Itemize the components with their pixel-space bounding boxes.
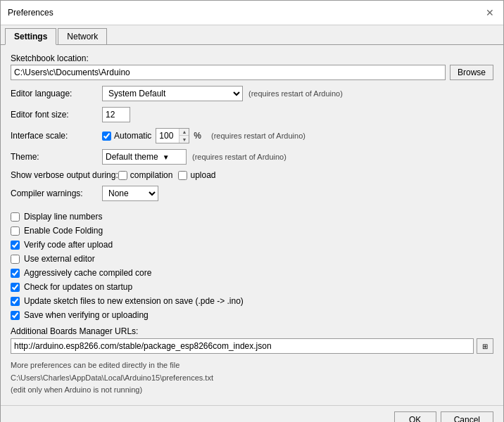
checkbox-enable_code_folding[interactable] bbox=[11, 226, 20, 236]
editor-font-size-row: Editor font size: bbox=[11, 107, 493, 122]
checkbox-update_sketch[interactable] bbox=[11, 297, 20, 306]
verbose-upload-label[interactable]: upload bbox=[178, 170, 215, 180]
theme-note: (requires restart of Arduino) bbox=[192, 153, 286, 161]
checkbox-display_line_numbers[interactable] bbox=[11, 212, 20, 222]
prefs-info: More preferences can be edited directly … bbox=[11, 359, 493, 397]
boards-icon: ⊞ bbox=[482, 343, 488, 350]
checkbox-label-display_line_numbers: Display line numbers bbox=[24, 212, 102, 222]
scale-spinner: ▲ ▼ bbox=[156, 128, 189, 143]
tab-network[interactable]: Network bbox=[58, 28, 107, 44]
boards-manager-label: Additional Boards Manager URLs: bbox=[11, 326, 493, 336]
checkbox-verify_code[interactable] bbox=[11, 241, 20, 250]
checkbox-label-check_updates: Check for updates on startup bbox=[24, 282, 132, 292]
checkbox-row-verify_code: Verify code after upload bbox=[11, 239, 493, 250]
tab-settings[interactable]: Settings bbox=[5, 28, 56, 45]
checkbox-row-update_sketch: Update sketch files to new extension on … bbox=[11, 295, 493, 307]
auto-label: Automatic bbox=[114, 131, 151, 141]
sketchbook-section: Sketchbook location: Browse bbox=[11, 53, 493, 80]
dialog-title: Preferences bbox=[8, 8, 53, 18]
checkbox-row-display_line_numbers: Display line numbers bbox=[11, 211, 493, 222]
tabs-bar: Settings Network bbox=[1, 25, 503, 45]
checkbox-check_updates[interactable] bbox=[11, 283, 20, 292]
prefs-info-line2: C:\Users\Charles\AppData\Local\Arduino15… bbox=[11, 372, 493, 385]
scale-input[interactable] bbox=[156, 129, 179, 143]
checkbox-label-update_sketch: Update sketch files to new extension on … bbox=[24, 296, 244, 306]
auto-checkbox-label[interactable]: Automatic bbox=[102, 131, 151, 141]
browse-button[interactable]: Browse bbox=[450, 65, 493, 80]
verbose-compilation-checkbox[interactable] bbox=[118, 171, 127, 180]
editor-font-size-label: Editor font size: bbox=[11, 110, 102, 120]
verbose-label: Show verbose output during: bbox=[11, 170, 118, 180]
theme-dropdown-arrow: ▼ bbox=[163, 153, 170, 161]
interface-scale-controls: Automatic ▲ ▼ % (requires restart of Ard… bbox=[102, 128, 305, 143]
checkbox-save_verifying[interactable] bbox=[11, 311, 20, 320]
bottom-buttons: OK Cancel bbox=[1, 405, 503, 422]
checkbox-label-enable_code_folding: Enable Code Folding bbox=[24, 226, 103, 236]
interface-scale-note: (requires restart of Arduino) bbox=[211, 132, 305, 140]
boards-manager-section: Additional Boards Manager URLs: ⊞ bbox=[11, 326, 493, 354]
compiler-warnings-label: Compiler warnings: bbox=[11, 188, 102, 198]
checkbox-row-check_updates: Check for updates on startup bbox=[11, 281, 493, 293]
spin-up-arrow[interactable]: ▲ bbox=[179, 129, 189, 136]
compiler-warnings-select[interactable]: None Default More All bbox=[102, 186, 158, 201]
editor-language-note: (requires restart of Arduino) bbox=[248, 89, 343, 98]
sketchbook-label: Sketchbook location: bbox=[11, 53, 493, 63]
auto-checkbox[interactable] bbox=[102, 132, 111, 141]
editor-font-size-input[interactable] bbox=[102, 107, 130, 122]
verbose-compilation-label[interactable]: compilation bbox=[118, 170, 173, 180]
interface-scale-label: Interface scale: bbox=[11, 131, 102, 141]
preferences-dialog: Preferences ✕ Settings Network Sketchboo… bbox=[0, 0, 504, 422]
ok-button[interactable]: OK bbox=[394, 411, 436, 422]
sketchbook-input-row: Browse bbox=[11, 65, 493, 80]
verbose-upload-text: upload bbox=[190, 170, 215, 180]
theme-row: Theme: Default theme ▼ (requires restart… bbox=[11, 149, 493, 165]
prefs-info-line3: (edit only when Arduino is not running) bbox=[11, 384, 493, 397]
boards-input-row: ⊞ bbox=[11, 338, 493, 354]
verbose-upload-checkbox[interactable] bbox=[178, 171, 187, 180]
settings-content: Sketchbook location: Browse Editor langu… bbox=[1, 45, 503, 405]
checkbox-label-aggressively_cache: Aggressively cache compiled core bbox=[24, 268, 151, 278]
theme-label: Theme: bbox=[11, 152, 102, 162]
close-button[interactable]: ✕ bbox=[484, 6, 496, 19]
interface-scale-row: Interface scale: Automatic ▲ ▼ % (requir… bbox=[11, 128, 493, 143]
boards-manager-input[interactable] bbox=[11, 338, 474, 354]
checkbox-row-save_verifying: Save when verifying or uploading bbox=[11, 309, 493, 321]
theme-select[interactable]: Default theme ▼ bbox=[102, 149, 187, 165]
checkbox-row-aggressively_cache: Aggressively cache compiled core bbox=[11, 267, 493, 279]
title-bar: Preferences ✕ bbox=[1, 1, 503, 25]
checkbox-row-enable_code_folding: Enable Code Folding bbox=[11, 225, 493, 236]
compiler-warnings-row: Compiler warnings: None Default More All bbox=[11, 186, 493, 201]
checkbox-row-use_external_editor: Use external editor bbox=[11, 253, 493, 264]
theme-value: Default theme bbox=[106, 152, 158, 162]
verbose-compilation-text: compilation bbox=[130, 170, 173, 180]
sketchbook-input[interactable] bbox=[11, 65, 446, 80]
checkboxes-section: Display line numbersEnable Code FoldingV… bbox=[11, 211, 493, 321]
prefs-info-line1: More preferences can be edited directly … bbox=[11, 359, 493, 372]
verbose-controls: compilation upload bbox=[118, 170, 216, 180]
pct-label: % bbox=[194, 131, 201, 141]
checkbox-label-save_verifying: Save when verifying or uploading bbox=[24, 310, 149, 320]
checkbox-use_external_editor[interactable] bbox=[11, 255, 20, 264]
checkbox-aggressively_cache[interactable] bbox=[11, 269, 20, 278]
cancel-button[interactable]: Cancel bbox=[441, 411, 493, 422]
boards-manager-icon-button[interactable]: ⊞ bbox=[477, 338, 493, 354]
editor-language-select[interactable]: System Default English French German Spa… bbox=[102, 86, 243, 101]
spin-down-arrow[interactable]: ▼ bbox=[179, 136, 189, 143]
verbose-row: Show verbose output during: compilation … bbox=[11, 170, 493, 180]
checkbox-label-verify_code: Verify code after upload bbox=[24, 240, 113, 250]
editor-language-row: Editor language: System Default English … bbox=[11, 86, 493, 101]
spin-arrows: ▲ ▼ bbox=[179, 129, 189, 143]
checkbox-label-use_external_editor: Use external editor bbox=[24, 254, 95, 264]
editor-language-label: Editor language: bbox=[11, 89, 102, 98]
